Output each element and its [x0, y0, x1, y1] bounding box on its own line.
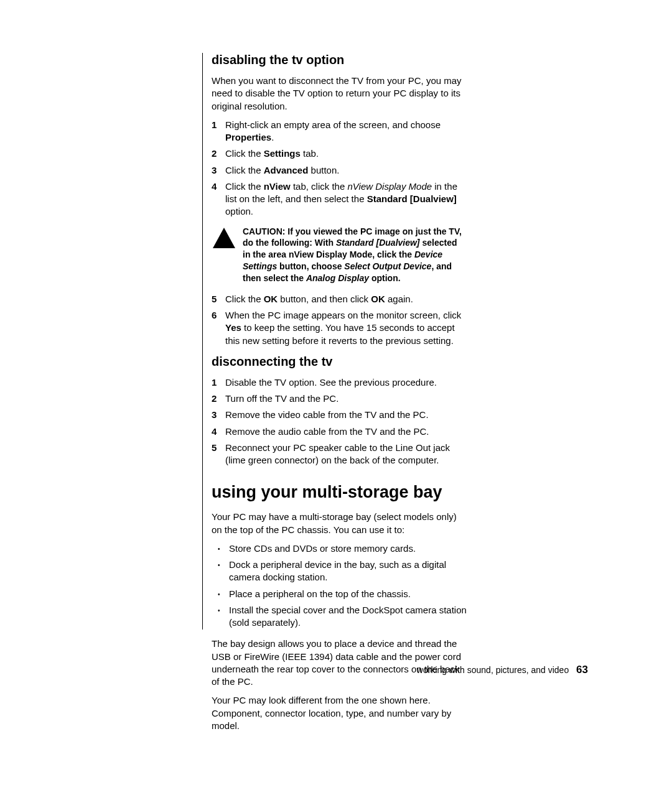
step-number: 4	[212, 180, 217, 193]
step-number: 1	[212, 119, 217, 131]
step-bold: Standard [Dualview]	[367, 193, 457, 204]
steps-list-1b: 5 Click the OK button, and then click OK…	[212, 293, 467, 347]
step-text: Turn off the TV and the PC.	[225, 393, 338, 404]
step-text: When the PC image appears on the monitor…	[225, 310, 461, 320]
step: 6 When the PC image appears on the monit…	[212, 309, 467, 347]
step: 3Remove the video cable from the TV and …	[212, 409, 467, 421]
step-bold: Advanced	[264, 165, 309, 175]
step-text: .	[271, 132, 274, 142]
step-bold: OK	[264, 294, 278, 304]
step: 1 Right-click an empty area of the scree…	[212, 119, 467, 144]
body-para: The bay design allows you to place a dev…	[212, 638, 467, 688]
step-bold: OK	[371, 294, 385, 304]
page-footer: working with sound, pictures, and video …	[417, 664, 588, 676]
step-text: Click the	[225, 294, 264, 304]
page-number: 63	[576, 664, 588, 676]
step-number: 2	[212, 147, 217, 160]
step-text: again.	[385, 294, 413, 304]
step-text: Reconnect your PC speaker cable to the L…	[225, 442, 450, 465]
step-number: 5	[212, 293, 217, 305]
list-item: Store CDs and DVDs or store memory cards…	[212, 542, 467, 555]
step-text: tab.	[301, 148, 319, 159]
step-text: Disable the TV option. See the previous …	[225, 377, 437, 388]
bullet-list: Store CDs and DVDs or store memory cards…	[212, 542, 467, 630]
step-bold: nView	[264, 181, 291, 192]
step: 5 Click the OK button, and then click OK…	[212, 293, 467, 305]
step: 4Remove the audio cable from the TV and …	[212, 425, 467, 438]
body-para: Your PC may look different from the one …	[212, 694, 467, 732]
svg-marker-0	[213, 228, 235, 248]
heading-disabling-tv: disabling the tv option	[212, 53, 467, 67]
step-number: 6	[212, 309, 217, 322]
step-number: 5	[212, 442, 217, 454]
list-item: Dock a peripheral device in the bay, suc…	[212, 559, 467, 584]
step: 3 Click the Advanced button.	[212, 164, 467, 177]
step-text: button.	[308, 165, 339, 175]
heading-disconnecting-tv: disconnecting the tv	[212, 355, 467, 369]
heading-multi-storage-bay: using your multi-storage bay	[212, 483, 467, 502]
step-text: Right-click an empty area of the screen,…	[225, 119, 441, 130]
step-text: button, and then click	[278, 294, 371, 304]
step: 2 Click the Settings tab.	[212, 147, 467, 160]
steps-list-1a: 1 Right-click an empty area of the scree…	[212, 119, 467, 218]
list-item: Place a peripheral on the top of the cha…	[212, 588, 467, 600]
caution-text: CAUTION: If you viewed the PC image on j…	[243, 226, 467, 284]
step-text: option.	[225, 206, 253, 216]
page-content: disabling the tv option When you want to…	[212, 53, 467, 732]
intro-para-1: When you want to disconnect the TV from …	[212, 75, 467, 113]
step-bold: Yes	[225, 322, 241, 333]
intro-para-3: Your PC may have a multi-storage bay (se…	[212, 511, 467, 536]
step-number: 3	[212, 164, 217, 177]
step-text: Click the	[225, 148, 264, 159]
step: 2Turn off the TV and the PC.	[212, 393, 467, 405]
step: 4 Click the nView tab, click the nView D…	[212, 180, 467, 218]
step-bold: Properties	[225, 132, 271, 142]
step-text: Remove the audio cable from the TV and t…	[225, 426, 429, 437]
step-text: tab, click the	[291, 181, 348, 192]
step-text: to keep the setting. You have 15 seconds…	[225, 322, 455, 345]
step-number: 2	[212, 393, 217, 405]
footer-chapter: working with sound, pictures, and video	[417, 665, 569, 675]
step: 5Reconnect your PC speaker cable to the …	[212, 442, 467, 467]
left-margin-rule	[202, 53, 203, 630]
caution-triangle-icon	[212, 226, 236, 251]
step-italic: nView Display Mode	[347, 181, 432, 192]
steps-list-2: 1Disable the TV option. See the previous…	[212, 376, 467, 467]
step-text: Click the	[225, 181, 264, 192]
step-number: 3	[212, 409, 217, 421]
step-number: 1	[212, 376, 217, 389]
list-item: Install the special cover and the DockSp…	[212, 604, 467, 630]
step-number: 4	[212, 425, 217, 438]
step-text: Click the	[225, 165, 264, 175]
step: 1Disable the TV option. See the previous…	[212, 376, 467, 389]
caution-block: CAUTION: If you viewed the PC image on j…	[212, 226, 467, 284]
step-bold: Settings	[264, 148, 301, 159]
step-text: Remove the video cable from the TV and t…	[225, 409, 429, 420]
